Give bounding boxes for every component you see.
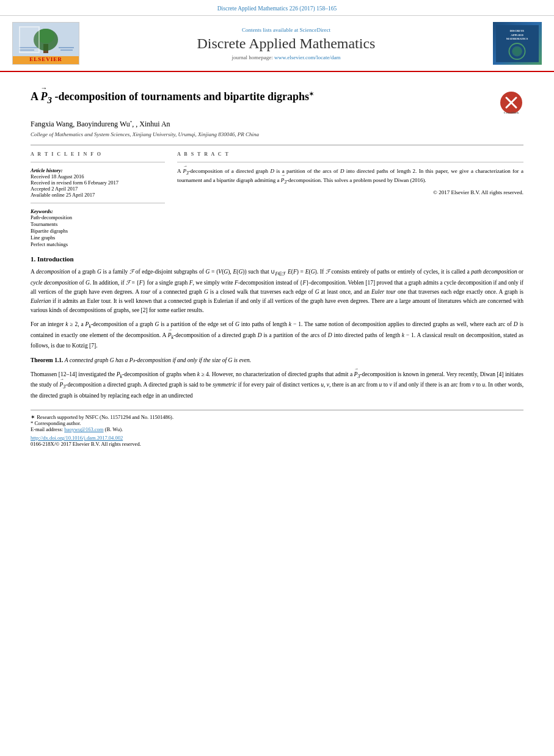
homepage-url[interactable]: www.elsevier.com/locate/dam bbox=[274, 54, 340, 60]
abstract-section: A B S T R A C T A → P3-decomposition of … bbox=[177, 151, 523, 248]
sciencedirect-link[interactable]: ScienceDirect bbox=[300, 27, 330, 33]
abstract-label: A B S T R A C T bbox=[177, 151, 523, 157]
dam-logo: DISCRETE APPLIED MATHEMATICS bbox=[493, 22, 542, 65]
crossmark-svg: CrossMark bbox=[499, 90, 523, 115]
authors: Fangxia Wang, Baoyindureng Wu*, , Xinhui… bbox=[31, 120, 523, 129]
svg-rect-4 bbox=[19, 47, 37, 48]
footnote-1: ✶ Research supported by NSFC (No. 115712… bbox=[31, 414, 523, 420]
intro-paragraph-3: Thomassen [12–14] investigated the Pk-de… bbox=[31, 370, 523, 401]
theorem-1-1: Theorem 1.1. A connected graph G has a P… bbox=[31, 356, 523, 365]
corresponding-star: * bbox=[130, 120, 133, 125]
crossmark-logo[interactable]: CrossMark bbox=[499, 90, 523, 115]
paper-content: A → P3 -decomposition of tournaments and… bbox=[0, 72, 554, 459]
copyright: © 2017 Elsevier B.V. All rights reserved… bbox=[177, 189, 523, 195]
section-1-title: 1. Introduction bbox=[31, 255, 523, 263]
svg-text:APPLIED: APPLIED bbox=[511, 33, 523, 36]
author2: , Xinhui An bbox=[136, 120, 170, 128]
dam-logo-svg: DISCRETE APPLIED MATHEMATICS bbox=[496, 24, 539, 64]
section-title-word: Introduction bbox=[37, 255, 74, 263]
svg-rect-6 bbox=[59, 47, 74, 48]
paper-title-area: A → P3 -decomposition of tournaments and… bbox=[31, 90, 523, 115]
keyword-3: Bipartite digraphs bbox=[31, 228, 165, 234]
available-date: Available online 25 April 2017 bbox=[31, 192, 165, 198]
affiliation: College of Mathematics and System Scienc… bbox=[31, 131, 523, 137]
accepted-date: Accepted 2 April 2017 bbox=[31, 186, 165, 192]
elsevier-logo: ELSEVIER bbox=[12, 22, 79, 65]
doi-line: http://dx.doi.org/10.1016/j.dam.2017.04.… bbox=[31, 435, 523, 441]
two-column-section: A R T I C L E I N F O Article history: R… bbox=[31, 145, 523, 248]
keyword-1: Path-decomposition bbox=[31, 214, 165, 220]
received-date: Received 18 August 2016 bbox=[31, 173, 165, 180]
contents-line: Contents lists available at ScienceDirec… bbox=[92, 27, 481, 33]
svg-point-3 bbox=[37, 29, 54, 43]
svg-rect-5 bbox=[19, 49, 34, 51]
intro-paragraph-2: For an integer k ≥ 2, a Pk-decomposition… bbox=[31, 320, 523, 351]
title-footnote-star: ✶ bbox=[309, 91, 314, 97]
keywords-label: Keywords: bbox=[31, 208, 165, 214]
elsevier-text: ELSEVIER bbox=[13, 56, 79, 64]
author1: Fangxia Wang, Baoyindureng Wu bbox=[31, 120, 130, 128]
doi-link[interactable]: http://dx.doi.org/10.1016/j.dam.2017.04.… bbox=[31, 435, 123, 441]
email-link[interactable]: baoywu@163.com bbox=[64, 426, 103, 432]
email-label: E-mail address: bbox=[31, 426, 64, 432]
footnote-2: * Corresponding author. bbox=[31, 420, 523, 426]
article-info-label: A R T I C L E I N F O bbox=[31, 151, 165, 157]
section-number: 1. bbox=[31, 255, 35, 263]
keyword-4: Line graphs bbox=[31, 234, 165, 241]
title-suffix: -decomposition of tournaments and bipart… bbox=[55, 90, 310, 103]
title-prefix: A bbox=[31, 90, 41, 103]
keyword-2: Tournaments bbox=[31, 221, 165, 227]
revised-date: Received in revised form 6 February 2017 bbox=[31, 180, 165, 186]
journal-header: ELSEVIER Contents lists available at Sci… bbox=[0, 16, 554, 72]
journal-ref-link[interactable]: Discrete Applied Mathematics 226 (2017) … bbox=[217, 5, 337, 12]
top-bar: Discrete Applied Mathematics 226 (2017) … bbox=[0, 0, 554, 16]
contents-label: Contents lists available at bbox=[242, 27, 298, 33]
theorem-content: A connected graph G has a P₃-decompositi… bbox=[65, 357, 251, 363]
article-info: A R T I C L E I N F O Article history: R… bbox=[31, 151, 165, 248]
svg-text:MATHEMATICS: MATHEMATICS bbox=[506, 37, 528, 40]
abstract-text: A → P3-decomposition of a directed graph… bbox=[177, 167, 523, 186]
theorem-label: Theorem 1.1. bbox=[31, 357, 63, 363]
keyword-5: Perfect matchings bbox=[31, 241, 165, 247]
elsevier-logo-svg bbox=[13, 23, 79, 56]
history-label: Article history: bbox=[31, 167, 165, 173]
footnote-section: ✶ Research supported by NSFC (No. 115712… bbox=[31, 410, 523, 447]
paper-title-text: A → P3 -decomposition of tournaments and… bbox=[31, 90, 490, 106]
svg-text:CrossMark: CrossMark bbox=[504, 111, 519, 114]
footnote-3: E-mail address: baoywu@163.com (B. Wu). bbox=[31, 426, 523, 432]
elsevier-graphic bbox=[13, 23, 79, 56]
journal-title: Discrete Applied Mathematics bbox=[92, 35, 481, 52]
svg-text:DISCRETE: DISCRETE bbox=[510, 29, 525, 32]
homepage-line: journal homepage: www.elsevier.com/locat… bbox=[92, 54, 481, 60]
svg-rect-7 bbox=[60, 49, 73, 51]
journal-center: Contents lists available at ScienceDirec… bbox=[79, 27, 493, 60]
issn-line: 0166-218X/© 2017 Elsevier B.V. All right… bbox=[31, 441, 523, 447]
keywords-list: Path-decomposition Tournaments Bipartite… bbox=[31, 214, 165, 247]
homepage-label: journal homepage: bbox=[232, 54, 273, 60]
intro-paragraph-1: A decomposition of a graph G is a family… bbox=[31, 267, 523, 315]
arrow-p3: → P3 bbox=[41, 90, 53, 106]
